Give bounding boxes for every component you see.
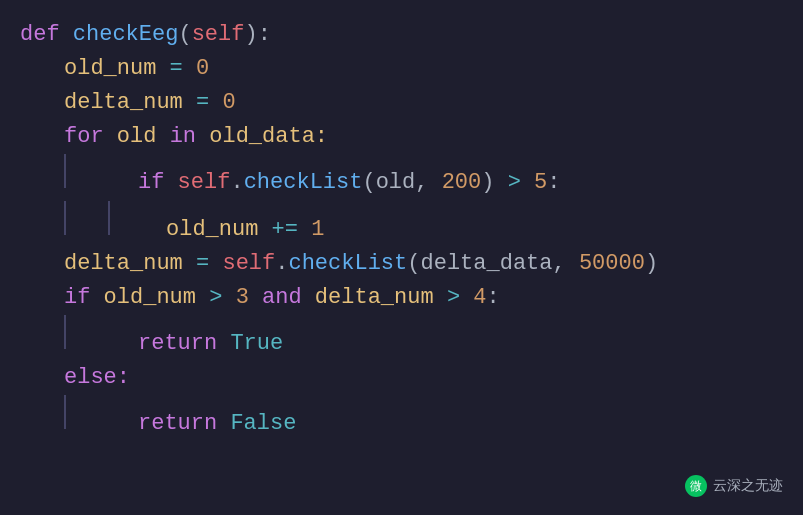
token-num: 4 bbox=[473, 281, 486, 315]
token-op: > bbox=[209, 281, 222, 315]
token-plain: ) bbox=[481, 166, 507, 200]
token-self-kw: self bbox=[178, 166, 231, 200]
token-kw-in: in bbox=[170, 120, 196, 154]
pipe-marker bbox=[64, 201, 78, 235]
token-var: old bbox=[104, 120, 170, 154]
watermark-label: 云深之无迹 bbox=[713, 475, 783, 497]
code-line: if self.checkList(old, 200) > 5: bbox=[20, 154, 783, 200]
token-var: delta_num bbox=[64, 86, 183, 120]
code-lines: def checkEeg(self):old_num = 0delta_num … bbox=[20, 18, 783, 441]
token-dot: . bbox=[230, 166, 243, 200]
token-kw-def: def bbox=[20, 18, 60, 52]
token-dot: . bbox=[275, 247, 288, 281]
token-paren: ( bbox=[178, 18, 191, 52]
pipe-marker bbox=[64, 315, 78, 349]
token-plain: ) bbox=[645, 247, 658, 281]
code-container: def checkEeg(self):old_num = 0delta_num … bbox=[0, 0, 803, 515]
token-num: 50000 bbox=[579, 247, 645, 281]
token-var: old_num bbox=[64, 52, 156, 86]
pipe-marker2 bbox=[108, 201, 122, 235]
token-kw-def: for bbox=[64, 120, 104, 154]
pipe-marker bbox=[64, 154, 78, 188]
code-line: old_num += 1 bbox=[20, 201, 783, 247]
token-kw-def: return bbox=[138, 407, 217, 441]
token-method: checkList bbox=[244, 166, 363, 200]
token-num: 1 bbox=[311, 213, 324, 247]
code-line: delta_num = self.checkList(delta_data, 5… bbox=[20, 247, 783, 281]
token-kw-def: return bbox=[138, 327, 217, 361]
token-kw-def: else: bbox=[64, 361, 130, 395]
wx-icon: 微 bbox=[685, 475, 707, 497]
token-plain: (old, bbox=[362, 166, 441, 200]
token-text-true: True bbox=[230, 327, 283, 361]
code-line: delta_num = 0 bbox=[20, 86, 783, 120]
token-var: old_num bbox=[166, 213, 258, 247]
token-plain bbox=[60, 18, 73, 52]
token-num: 5 bbox=[534, 166, 547, 200]
token-param: self bbox=[192, 18, 245, 52]
token-self-kw: self bbox=[222, 247, 275, 281]
token-plain bbox=[222, 281, 235, 315]
code-line: return False bbox=[20, 395, 783, 441]
code-line: return True bbox=[20, 315, 783, 361]
watermark: 微 云深之无迹 bbox=[685, 475, 783, 497]
token-plain bbox=[460, 281, 473, 315]
token-num: 0 bbox=[222, 86, 235, 120]
token-plain: : bbox=[487, 281, 500, 315]
token-fn-name: checkEeg bbox=[73, 18, 179, 52]
code-line: else: bbox=[20, 361, 783, 395]
token-plain bbox=[521, 166, 534, 200]
token-kw-def: if bbox=[64, 281, 90, 315]
token-method: checkList bbox=[288, 247, 407, 281]
token-var: delta_num bbox=[302, 281, 447, 315]
token-var: old_num bbox=[90, 281, 209, 315]
token-num: 200 bbox=[442, 166, 482, 200]
token-num: 0 bbox=[196, 52, 209, 86]
pipe-marker bbox=[64, 395, 78, 429]
code-line: if old_num > 3 and delta_num > 4: bbox=[20, 281, 783, 315]
token-plain bbox=[217, 407, 230, 441]
token-num: 3 bbox=[236, 281, 249, 315]
token-plain bbox=[217, 327, 230, 361]
token-op: > bbox=[508, 166, 521, 200]
code-line: old_num = 0 bbox=[20, 52, 783, 86]
token-var: old_data: bbox=[196, 120, 328, 154]
token-text-false: False bbox=[230, 407, 296, 441]
token-var: delta_num bbox=[64, 247, 183, 281]
token-kw-and: and bbox=[262, 281, 302, 315]
token-plain: : bbox=[547, 166, 560, 200]
token-op: = bbox=[183, 247, 223, 281]
token-plain bbox=[164, 166, 177, 200]
token-op: = bbox=[156, 52, 196, 86]
token-kw-def: if bbox=[138, 166, 164, 200]
token-plain: (delta_data, bbox=[407, 247, 579, 281]
code-line: def checkEeg(self): bbox=[20, 18, 783, 52]
token-op: = bbox=[183, 86, 223, 120]
token-paren: ): bbox=[244, 18, 270, 52]
token-plain bbox=[249, 281, 262, 315]
token-op: += bbox=[258, 213, 311, 247]
code-line: for old in old_data: bbox=[20, 120, 783, 154]
token-op: > bbox=[447, 281, 460, 315]
